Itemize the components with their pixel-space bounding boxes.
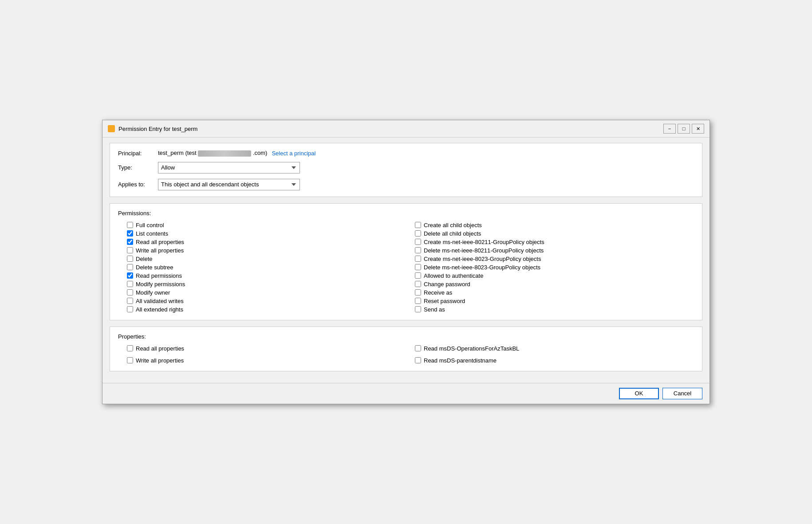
perm-delete-subtree-checkbox[interactable]	[127, 264, 133, 270]
perm-create-ms-8023-label: Create ms-net-ieee-8023-GroupPolicy obje…	[424, 256, 541, 262]
perm-delete-checkbox[interactable]	[127, 256, 133, 262]
perm-modify-permissions-label: Modify permissions	[136, 281, 185, 288]
type-dropdown[interactable]: Allow Deny	[158, 162, 300, 173]
properties-section: Properties: Read all properties Write al…	[110, 327, 702, 371]
perm-allowed-to-authenticate: Allowed to authenticate	[415, 272, 694, 280]
perm-reset-password-label: Reset password	[424, 298, 465, 304]
perm-list-contents: List contents	[127, 229, 406, 238]
ok-button[interactable]: OK	[619, 388, 659, 399]
perm-create-ms-ieee-80211: Create ms-net-ieee-80211-GroupPolicy obj…	[415, 238, 694, 246]
perm-modify-owner: Modify owner	[127, 288, 406, 297]
prop-read-msds-operations: Read msDS-OperationsForAzTaskBL	[415, 344, 694, 353]
perm-delete-all-child: Delete all child objects	[415, 229, 694, 238]
perm-all-extended-rights-label: All extended rights	[136, 306, 183, 313]
cancel-button[interactable]: Cancel	[662, 388, 702, 399]
perm-allowed-to-authenticate-checkbox[interactable]	[415, 272, 421, 279]
perm-delete-all-child-label: Delete all child objects	[424, 230, 481, 237]
perm-read-all-properties: Read all properties	[127, 238, 406, 246]
prop-read-all-properties: Read all properties	[127, 344, 406, 353]
properties-title: Properties:	[118, 333, 694, 340]
perm-full-control: Full control	[127, 221, 406, 229]
perm-all-validated-writes-checkbox[interactable]	[127, 298, 133, 304]
dialog-footer: OK Cancel	[102, 383, 710, 404]
perm-allowed-to-authenticate-label: Allowed to authenticate	[424, 272, 483, 279]
perm-delete-ms-8023: Delete ms-net-ieee-8023-GroupPolicy obje…	[415, 263, 694, 272]
perm-modify-owner-label: Modify owner	[136, 289, 170, 296]
perm-delete-ms-8023-label: Delete ms-net-ieee-8023-GroupPolicy obje…	[424, 264, 540, 271]
select-principal-link[interactable]: Select a principal	[272, 150, 315, 157]
perm-delete-ms-8023-checkbox[interactable]	[415, 264, 421, 270]
prop-read-msds-operations-label: Read msDS-OperationsForAzTaskBL	[424, 345, 519, 352]
principal-blurred	[198, 150, 251, 157]
perm-delete-ms-ieee-80211-label: Delete ms-net-ieee-80211-GroupPolicy obj…	[424, 247, 544, 254]
perm-modify-permissions-checkbox[interactable]	[127, 281, 133, 287]
dialog-title: Permission Entry for test_perm	[118, 126, 663, 132]
perm-reset-password: Reset password	[415, 297, 694, 305]
perm-change-password: Change password	[415, 280, 694, 288]
perm-change-password-label: Change password	[424, 281, 470, 288]
perm-all-extended-rights: All extended rights	[127, 305, 406, 314]
applies-to-dropdown[interactable]: This object and all descendant objects T…	[158, 179, 300, 190]
restore-button[interactable]: □	[678, 124, 690, 134]
type-label: Type:	[118, 164, 158, 171]
permission-entry-dialog: Permission Entry for test_perm − □ ✕ Pri…	[102, 120, 710, 404]
window-controls: − □ ✕	[663, 124, 704, 134]
perm-create-all-child-checkbox[interactable]	[415, 222, 421, 228]
perm-all-extended-rights-checkbox[interactable]	[127, 306, 133, 312]
principal-name: test_perm (test .com)	[158, 150, 267, 157]
dialog-icon	[108, 125, 115, 132]
prop-read-msds-operations-checkbox[interactable]	[415, 345, 421, 351]
applies-to-label: Applies to:	[118, 181, 158, 188]
prop-write-all-label: Write all properties	[136, 357, 184, 364]
perm-send-as-label: Send as	[424, 306, 445, 313]
perm-list-contents-checkbox[interactable]	[127, 230, 133, 236]
header-section: Principal: test_perm (test .com) Select …	[110, 143, 702, 197]
properties-left-col: Read all properties Write all properties	[127, 344, 406, 365]
perm-read-all-properties-checkbox[interactable]	[127, 239, 133, 245]
perm-all-validated-writes-label: All validated writes	[136, 298, 184, 304]
perm-receive-as: Receive as	[415, 288, 694, 297]
perm-read-permissions: Read permissions	[127, 272, 406, 280]
close-button[interactable]: ✕	[692, 124, 704, 134]
perm-all-validated-writes: All validated writes	[127, 297, 406, 305]
prop-write-all-checkbox[interactable]	[127, 357, 133, 363]
perm-delete-ms-ieee-80211: Delete ms-net-ieee-80211-GroupPolicy obj…	[415, 246, 694, 255]
perm-create-ms-8023-checkbox[interactable]	[415, 256, 421, 262]
perm-write-all-properties-checkbox[interactable]	[127, 247, 133, 253]
perm-read-permissions-checkbox[interactable]	[127, 272, 133, 279]
perm-receive-as-label: Receive as	[424, 289, 452, 296]
minimize-button[interactable]: −	[663, 124, 676, 134]
prop-read-msds-parentdistname-checkbox[interactable]	[415, 357, 421, 363]
prop-read-msds-parentdistname: Read msDS-parentdistname	[415, 356, 694, 365]
perm-modify-owner-checkbox[interactable]	[127, 289, 133, 295]
properties-right-col: Read msDS-OperationsForAzTaskBL Read msD…	[415, 344, 694, 365]
perm-create-all-child: Create all child objects	[415, 221, 694, 229]
principal-label: Principal:	[118, 150, 158, 157]
perm-delete-subtree: Delete subtree	[127, 263, 406, 272]
perm-delete-subtree-label: Delete subtree	[136, 264, 173, 271]
principal-name-text: test_perm (test	[158, 150, 197, 156]
prop-read-msds-parentdistname-label: Read msDS-parentdistname	[424, 357, 497, 364]
perm-send-as: Send as	[415, 305, 694, 314]
perm-write-all-properties: Write all properties	[127, 246, 406, 255]
prop-read-all-label: Read all properties	[136, 345, 184, 352]
perm-create-ms-ieee-80211-checkbox[interactable]	[415, 239, 421, 245]
permissions-section: Permissions: Full control List contents …	[110, 203, 702, 320]
perm-create-all-child-label: Create all child objects	[424, 222, 482, 229]
prop-read-all-checkbox[interactable]	[127, 345, 133, 351]
title-bar: Permission Entry for test_perm − □ ✕	[102, 120, 710, 138]
perm-modify-permissions: Modify permissions	[127, 280, 406, 288]
permissions-grid: Full control List contents Read all prop…	[127, 221, 694, 314]
perm-receive-as-checkbox[interactable]	[415, 289, 421, 295]
perm-full-control-checkbox[interactable]	[127, 222, 133, 228]
perm-create-ms-8023: Create ms-net-ieee-8023-GroupPolicy obje…	[415, 255, 694, 263]
perm-change-password-checkbox[interactable]	[415, 281, 421, 287]
type-row: Type: Allow Deny	[118, 162, 694, 173]
properties-grid: Read all properties Write all properties…	[127, 344, 694, 365]
perm-send-as-checkbox[interactable]	[415, 306, 421, 312]
permissions-right-col: Create all child objects Delete all chil…	[415, 221, 694, 314]
perm-reset-password-checkbox[interactable]	[415, 298, 421, 304]
perm-delete: Delete	[127, 255, 406, 263]
perm-delete-all-child-checkbox[interactable]	[415, 230, 421, 236]
perm-delete-ms-ieee-80211-checkbox[interactable]	[415, 247, 421, 253]
